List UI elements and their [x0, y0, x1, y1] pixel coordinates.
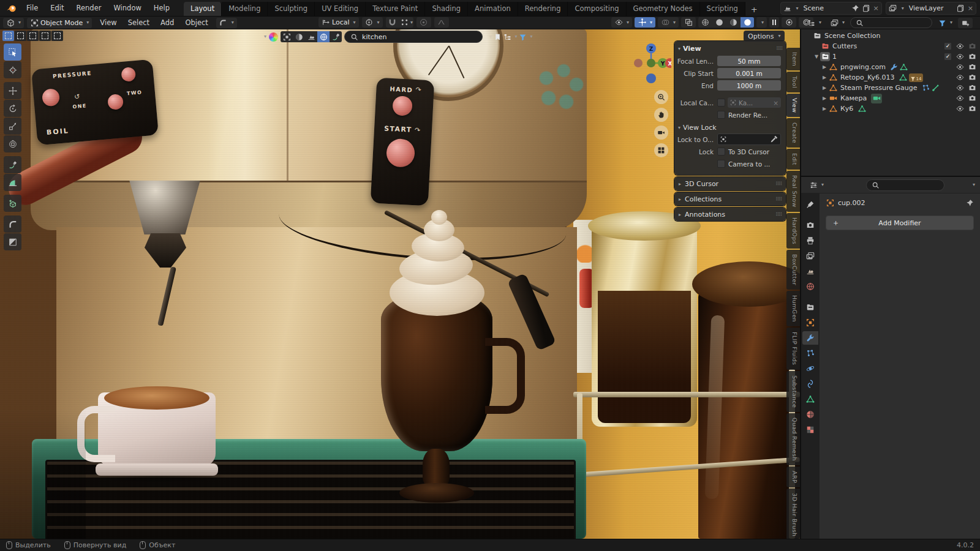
ortho-view-button[interactable]: [654, 143, 668, 157]
menu-help[interactable]: Help: [148, 2, 175, 14]
hide-toggle-icon[interactable]: [956, 84, 964, 92]
mode-dropdown[interactable]: Object Mode ▾: [27, 18, 92, 28]
eyedropper-icon[interactable]: [769, 135, 778, 144]
blenderkit-type-brush[interactable]: [330, 31, 342, 42]
pin-icon[interactable]: [965, 198, 974, 207]
expand-closed-icon[interactable]: ▶: [821, 64, 828, 70]
select-mode-subtract[interactable]: [27, 31, 39, 41]
disable-in-renders-toggle-icon[interactable]: [968, 105, 976, 113]
outliner-row[interactable]: ▶Steam Pressure Gauge: [801, 83, 980, 93]
outliner-row[interactable]: ▶Ку6: [801, 103, 980, 114]
workspace-tab-uv-editing[interactable]: UV Editing: [315, 2, 366, 16]
menu-window[interactable]: Window: [108, 2, 146, 14]
3d-viewport[interactable]: PRESSURE ↺ ONE TWO BOIL HARD ↷ START ↷: [0, 29, 800, 539]
properties-tab-viewlayer[interactable]: [802, 249, 818, 263]
panel-3d-cursor[interactable]: ▸3D Cursor⠿⠿: [674, 177, 786, 190]
xray-toggle[interactable]: [681, 17, 696, 28]
disable-in-renders-toggle-icon[interactable]: [968, 94, 976, 103]
editor-divider-2[interactable]: [801, 176, 980, 177]
workspace-tab-shading[interactable]: Shading: [425, 2, 468, 16]
overlays-toggle[interactable]: ▾: [658, 17, 679, 28]
tool-add-cube[interactable]: [4, 195, 21, 212]
viewport-menu-object[interactable]: Object: [180, 17, 213, 28]
properties-tab-world[interactable]: [802, 280, 818, 293]
outliner-item-name[interactable]: 1: [832, 53, 837, 61]
sidebar-tab-hardops[interactable]: HardOps: [786, 213, 800, 249]
sidebar-tab-quad-remesh[interactable]: Quad Remesh: [786, 413, 800, 465]
tool-transform[interactable]: [4, 135, 21, 152]
blenderkit-more-icon[interactable]: ▾: [489, 34, 492, 40]
navigation-gizmo[interactable]: Y X Z: [631, 43, 671, 84]
hide-toggle-icon[interactable]: [956, 53, 964, 61]
outliner-display-mode-dropdown[interactable]: ▾: [804, 18, 824, 28]
sidebar-tab-substance[interactable]: Substance: [786, 371, 800, 412]
properties-tab-material[interactable]: [802, 408, 818, 421]
sidebar-tab-humgen[interactable]: HumGen: [786, 291, 800, 326]
blenderkit-type-model[interactable]: [281, 31, 293, 42]
blenderkit-type-material[interactable]: [293, 31, 305, 42]
properties-tab-data[interactable]: [802, 392, 818, 406]
hide-toggle-icon[interactable]: [956, 105, 964, 113]
breadcrumb-object-name[interactable]: cup.002: [838, 199, 865, 207]
expand-closed-icon[interactable]: ▶: [821, 75, 828, 80]
tool-measure[interactable]: [4, 174, 21, 191]
blender-logo-icon[interactable]: [5, 3, 18, 13]
tool-move[interactable]: [4, 82, 21, 99]
snap-settings-dropdown[interactable]: ▾: [400, 17, 413, 28]
outliner-item-name[interactable]: Cutters: [832, 42, 857, 50]
proportional-edit-toggle[interactable]: [417, 17, 431, 28]
tool-cursor[interactable]: [4, 61, 21, 78]
sidebar-tab-view[interactable]: View: [786, 94, 800, 117]
viewport-menu-view[interactable]: View: [95, 17, 121, 28]
panel-annotations[interactable]: ▸Annotations⠿⠿: [674, 208, 786, 221]
disable-in-renders-toggle-icon[interactable]: [968, 53, 976, 61]
view-panel-header[interactable]: ▾ View ⠿⠿: [674, 43, 786, 54]
workspace-tab-texture-paint[interactable]: Texture Paint: [366, 2, 425, 16]
panel-grip[interactable]: ⠿⠿: [775, 197, 782, 202]
sidebar-tab-3d-hair-brush[interactable]: 3D Hair Brush: [786, 489, 800, 539]
clip-end-field[interactable]: 1000 m: [717, 80, 781, 91]
properties-tab-tool[interactable]: [802, 198, 818, 211]
tool-shear-tool[interactable]: [4, 233, 21, 250]
viewlayer-selector[interactable]: ▾ ViewLayer ×: [886, 2, 976, 15]
menu-render[interactable]: Render: [71, 2, 107, 14]
select-mode-intersect[interactable]: [51, 31, 63, 41]
properties-options-icon[interactable]: ▾: [973, 182, 975, 187]
expand-closed-icon[interactable]: ▶: [821, 85, 828, 91]
disable-in-renders-toggle-icon[interactable]: [968, 42, 976, 51]
workspace-tab-geometry-nodes[interactable]: Geometry Nodes: [627, 2, 700, 16]
scene-name[interactable]: Scene: [801, 4, 849, 12]
tool-annotate[interactable]: [4, 156, 21, 173]
camera-to-view-checkbox[interactable]: [717, 160, 725, 168]
outliner-viewlayer-dropdown[interactable]: ▾: [827, 18, 848, 28]
panel-grip[interactable]: ⠿⠿: [775, 181, 782, 187]
menu-edit[interactable]: Edit: [45, 2, 69, 14]
menu-file[interactable]: File: [21, 2, 43, 14]
sidebar-tab-edit[interactable]: Edit: [786, 149, 800, 170]
expand-open-icon[interactable]: ▼: [813, 54, 820, 59]
sidebar-tab-create[interactable]: Create: [786, 118, 800, 148]
transform-orientation-dropdown[interactable]: Local ▾: [318, 17, 359, 28]
properties-tab-particles[interactable]: [802, 347, 818, 360]
properties-tab-output[interactable]: [802, 234, 818, 247]
properties-editor-type-button[interactable]: ▾: [806, 180, 827, 190]
outliner-row[interactable]: Scene Collection: [801, 31, 980, 41]
render-preview-sphere-icon[interactable]: [782, 17, 796, 28]
hide-toggle-icon[interactable]: [956, 42, 964, 51]
shading-material-preview-button[interactable]: [726, 17, 740, 28]
add-modifier-button[interactable]: ＋ Add Modifier: [826, 216, 974, 230]
outliner-filter-dropdown[interactable]: ▾: [935, 18, 956, 28]
sidebar-tab-real-snow[interactable]: Real Snow: [786, 171, 800, 212]
options-dropdown[interactable]: Options▾: [744, 31, 785, 42]
panel-grip[interactable]: ⠿⠿: [775, 212, 782, 217]
editor-type-button[interactable]: ▾: [3, 18, 24, 28]
select-mode-invert[interactable]: [39, 31, 51, 41]
exclude-checkbox[interactable]: ✓: [944, 42, 952, 50]
remove-viewlayer-icon[interactable]: ×: [968, 4, 973, 12]
workspace-tab-compositing[interactable]: Compositing: [568, 2, 626, 16]
blenderkit-type-scene[interactable]: [305, 31, 317, 42]
tool-scale[interactable]: [4, 118, 21, 135]
shading-wireframe-button[interactable]: [698, 17, 712, 28]
shading-solid-button[interactable]: [712, 17, 726, 28]
blenderkit-type-hdr[interactable]: [317, 31, 330, 42]
